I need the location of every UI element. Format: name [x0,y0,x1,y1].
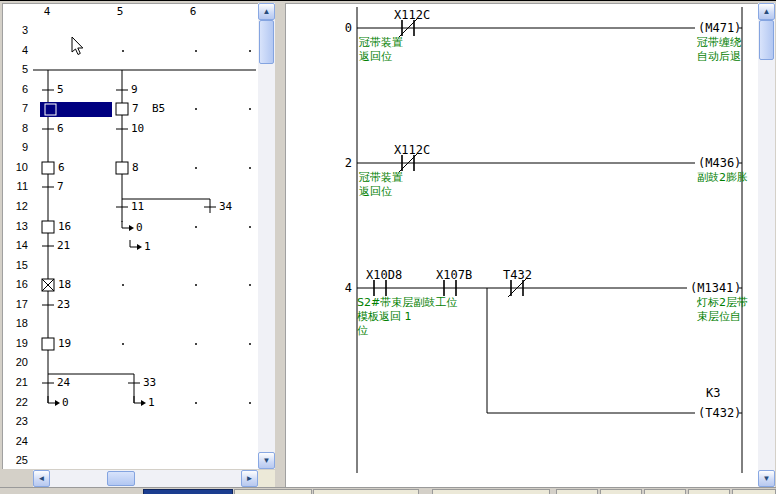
plc-programming-window: ▲ ▼ ◄ ► ▲ ▼ 4563456789101112131415161718… [0,0,776,494]
scrollbar-corner [258,470,275,487]
taskbar-item[interactable] [432,489,550,494]
taskbar-item[interactable] [732,489,776,494]
taskbar-item[interactable] [600,489,642,494]
taskbar-item[interactable] [688,489,730,494]
sfc-vertical-scrollbar[interactable]: ▲ ▼ [258,3,275,469]
taskbar-item[interactable] [313,489,419,494]
ladder-vscroll-thumb[interactable] [759,20,774,60]
ladder-vertical-scrollbar[interactable]: ▲ ▼ [758,3,775,487]
sfc-horizontal-scrollbar[interactable]: ◄ ► [33,470,258,487]
status-bar [0,487,776,494]
taskbar-active-item[interactable] [143,489,233,494]
sfc-diagram-panel[interactable] [2,3,258,469]
scroll-left-icon[interactable]: ◄ [33,470,50,487]
scroll-up-icon[interactable]: ▲ [258,3,275,20]
scroll-down-icon[interactable]: ▼ [758,470,775,487]
ladder-diagram-panel[interactable] [285,3,758,487]
sfc-vscroll-thumb[interactable] [259,20,274,64]
scroll-down-icon[interactable]: ▼ [258,452,275,469]
taskbar-item[interactable] [234,489,312,494]
taskbar-item[interactable] [644,489,686,494]
scroll-right-icon[interactable]: ► [241,470,258,487]
taskbar-item[interactable] [556,489,598,494]
scroll-up-icon[interactable]: ▲ [758,3,775,20]
sfc-hscroll-thumb[interactable] [107,471,135,486]
